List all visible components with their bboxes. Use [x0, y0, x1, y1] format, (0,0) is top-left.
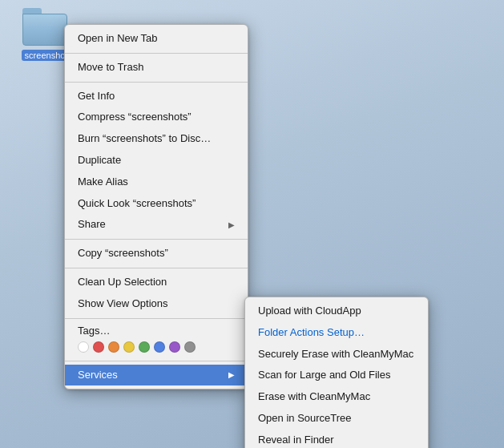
color-dot-orange[interactable]	[108, 341, 119, 353]
color-dot-empty[interactable]	[78, 341, 89, 353]
color-dot-purple[interactable]	[169, 341, 180, 353]
share-arrow-icon: ▶	[228, 219, 235, 232]
color-dot-yellow[interactable]	[123, 341, 135, 353]
tags-section: Tags…	[65, 322, 248, 357]
folder-label: screensho	[22, 50, 69, 61]
color-dots	[78, 340, 235, 356]
color-dot-gray[interactable]	[184, 341, 196, 353]
submenu-item-open-sourcetree[interactable]: Open in SourceTree	[245, 408, 428, 430]
submenu-item-folder-actions[interactable]: Folder Actions Setup…	[245, 322, 428, 344]
submenu-item-upload-cloudapp[interactable]: Upload with CloudApp	[245, 301, 428, 322]
menu-item-make-alias[interactable]: Make Alias	[65, 172, 248, 193]
services-submenu: Upload with CloudApp Folder Actions Setu…	[244, 297, 429, 448]
menu-item-quick-look[interactable]: Quick Look “screenshots”	[65, 193, 248, 215]
folder-icon	[22, 8, 67, 46]
menu-item-burn[interactable]: Burn “screenshots” to Disc…	[65, 128, 248, 150]
services-arrow-icon: ▶	[228, 369, 235, 381]
submenu-item-scan-large[interactable]: Scan for Large and Old Files	[245, 365, 428, 386]
menu-item-duplicate[interactable]: Duplicate	[65, 150, 248, 172]
menu-separator-1	[65, 53, 248, 54]
menu-item-copy[interactable]: Copy “screenshots”	[65, 243, 248, 264]
menu-separator-6	[65, 361, 248, 361]
menu-separator-2	[65, 82, 248, 83]
menu-item-show-view[interactable]: Show View Options	[65, 293, 248, 315]
menu-item-share[interactable]: Share ▶	[65, 214, 248, 236]
menu-item-open-new-tab[interactable]: Open in New Tab	[65, 28, 248, 50]
folder-body	[22, 14, 67, 46]
tags-label[interactable]: Tags…	[78, 325, 235, 337]
color-dot-blue[interactable]	[154, 341, 165, 353]
menu-item-compress[interactable]: Compress “screenshots”	[65, 107, 248, 128]
submenu-item-securely-erase[interactable]: Securely Erase with CleanMyMac	[245, 344, 428, 365]
menu-item-get-info[interactable]: Get Info	[65, 86, 248, 107]
menu-item-clean-up[interactable]: Clean Up Selection	[65, 272, 248, 293]
color-dot-red[interactable]	[93, 341, 104, 353]
color-dot-green[interactable]	[139, 341, 150, 353]
menu-separator-5	[65, 318, 248, 319]
menu-item-move-trash[interactable]: Move to Trash	[65, 57, 248, 79]
submenu-item-erase-cleanmymac[interactable]: Erase with CleanMyMac	[245, 386, 428, 408]
context-menu: Open in New Tab Move to Trash Get Info C…	[64, 24, 248, 389]
menu-separator-3	[65, 239, 248, 240]
submenu-item-reveal-finder[interactable]: Reveal in Finder	[245, 430, 428, 448]
menu-separator-4	[65, 268, 248, 268]
menu-item-services[interactable]: Services ▶	[65, 365, 248, 386]
